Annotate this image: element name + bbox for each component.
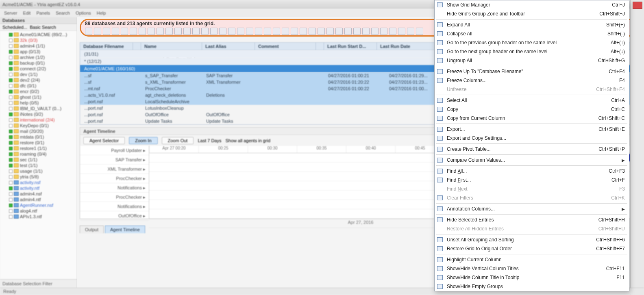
tree-item[interactable]: Acme01/ACME (89/2...) bbox=[0, 32, 77, 37]
zoom-in-button[interactable]: Zoom In bbox=[129, 137, 157, 144]
db-selection-filter[interactable]: Database Selection Filter bbox=[0, 279, 77, 288]
menu-panels[interactable]: Panels bbox=[36, 11, 50, 15]
toolbar-button[interactable] bbox=[121, 28, 128, 35]
toolbar-button[interactable] bbox=[300, 28, 307, 35]
toolbar-button[interactable] bbox=[318, 28, 325, 35]
menu-item[interactable]: Restore Grid to Original OrderCtrl+Shift… bbox=[435, 244, 629, 253]
menu-item[interactable]: Create Pivot Table...Ctrl+Shift+P bbox=[435, 145, 629, 154]
zoom-out-button[interactable]: Zoom Out bbox=[162, 137, 194, 144]
menu-item[interactable]: Freeze Up To "Database Filename"Ctrl+F4 bbox=[435, 67, 629, 76]
toolbar-button[interactable] bbox=[264, 28, 271, 35]
tree-item[interactable]: admin4 (1/1) bbox=[0, 43, 77, 49]
col-last-alias[interactable]: Last Alias bbox=[202, 43, 255, 50]
menu-item[interactable]: Highlight Current Column bbox=[435, 255, 629, 264]
menu-edit[interactable]: Edit bbox=[23, 11, 30, 15]
tree-item[interactable]: KeyDepo (0/1) bbox=[0, 123, 77, 128]
col-last-run-start[interactable]: Last Run Start D... bbox=[324, 43, 377, 50]
toolbar-button[interactable] bbox=[371, 28, 379, 35]
toolbar-button[interactable] bbox=[344, 28, 352, 35]
tree-item[interactable]: iNotes (0/2) bbox=[0, 111, 77, 117]
tree-item[interactable]: IBM_ID_VAULT (0...) bbox=[0, 106, 77, 111]
menu-help[interactable]: Help bbox=[97, 11, 106, 15]
toolbar-button[interactable] bbox=[165, 28, 173, 35]
menu-item[interactable]: Select AllCtrl+A bbox=[435, 96, 629, 105]
menu-item[interactable]: Unset All Grouping and SortingCtrl+Shift… bbox=[435, 235, 629, 244]
tree-item[interactable]: admin4.nsf bbox=[0, 191, 77, 197]
tree-item[interactable]: ghost (1/1) bbox=[0, 94, 77, 100]
agent-selector-button[interactable]: Agent Selector bbox=[83, 137, 125, 144]
timeline-range[interactable]: Last 7 Days bbox=[198, 138, 221, 143]
menu-options[interactable]: Options bbox=[76, 11, 91, 15]
tree-item[interactable]: usage (1/1) bbox=[0, 168, 77, 174]
menu-item[interactable]: Show/Hide Column Title in TooltipF11 bbox=[435, 273, 629, 282]
col-comment[interactable]: Comment bbox=[255, 43, 316, 50]
toolbar-button[interactable] bbox=[103, 28, 110, 35]
menu-item[interactable]: Hide Selected EntriesCtrl+Shift+H bbox=[435, 215, 629, 224]
toolbar-button[interactable] bbox=[210, 28, 218, 35]
menu-item[interactable]: Expand AllShift+(+) bbox=[435, 20, 629, 29]
menu-item[interactable]: Show/Hide Empty Groups bbox=[435, 282, 629, 291]
col-name[interactable]: Name bbox=[141, 43, 202, 50]
menu-search[interactable]: Search bbox=[56, 11, 70, 15]
tree-item[interactable]: roaming (0/4) bbox=[0, 151, 77, 157]
tree-item[interactable]: sec (1/1) bbox=[0, 157, 77, 163]
menu-item[interactable]: Export and Copy Settings... bbox=[435, 134, 629, 143]
tab-agent-timeline[interactable]: Agent Timeline bbox=[105, 226, 145, 233]
tree-item[interactable]: ytria (5/8) bbox=[0, 174, 77, 180]
toolbar-button[interactable] bbox=[255, 28, 262, 35]
tree-item[interactable]: restore1 (1/1) bbox=[0, 145, 77, 151]
toolbar-button[interactable] bbox=[335, 28, 343, 35]
tree-item[interactable]: dev (1/1) bbox=[0, 72, 77, 77]
tree-item[interactable]: AgentRunner.nsf bbox=[0, 202, 77, 208]
database-tree[interactable]: Acme01/ACME (89/2...)32k (0/3)admin4 (1/… bbox=[0, 31, 77, 279]
menu-item[interactable]: Show Grid ManagerCtrl+J bbox=[435, 0, 629, 9]
menu-item[interactable]: Export...Ctrl+Shift+E bbox=[435, 125, 629, 134]
menu-item[interactable]: Hide Grid's Group Zone and ToolbarCtrl+S… bbox=[435, 9, 629, 18]
menu-item[interactable]: Collapse AllShift+(-) bbox=[435, 29, 629, 38]
menu-item[interactable]: Annotation Columns...▶ bbox=[435, 204, 629, 213]
toolbar-button[interactable] bbox=[246, 28, 253, 35]
tree-item[interactable]: help (0/5) bbox=[0, 100, 77, 106]
tree-item[interactable]: archive (1/2) bbox=[0, 54, 77, 60]
menu-item[interactable]: Freeze Columns...F4 bbox=[435, 76, 629, 85]
tree-item[interactable]: activity.ntf bbox=[0, 185, 77, 191]
menu-item[interactable]: Find First...Ctrl+F bbox=[435, 176, 629, 184]
tree-item[interactable]: activity.nsf bbox=[0, 180, 77, 185]
close-icon[interactable] bbox=[633, 2, 642, 9]
tree-item[interactable]: APIv1.3.ntf bbox=[0, 214, 77, 219]
timeline-show-filter[interactable]: Show all agents in grid bbox=[226, 138, 271, 143]
toolbar-button[interactable] bbox=[389, 28, 396, 35]
tree-item[interactable]: mtdata (0/1) bbox=[0, 134, 77, 140]
tree-item[interactable]: backup (0/1) bbox=[0, 60, 77, 66]
tree-item[interactable]: admin4.ntf bbox=[0, 197, 77, 202]
menu-server[interactable]: Server bbox=[4, 11, 17, 15]
tree-item[interactable]: restore (0/1) bbox=[0, 140, 77, 145]
basic-search-dropdown[interactable]: Basic Search bbox=[30, 25, 56, 30]
menu-item[interactable]: CopyCtrl+C bbox=[435, 105, 629, 114]
tab-output[interactable]: Output bbox=[80, 226, 104, 233]
toolbar-button[interactable] bbox=[85, 28, 92, 35]
tree-item[interactable]: alog4.ntf bbox=[0, 208, 77, 214]
menu-item[interactable]: Copy from Current ColumnCtrl+Shift+C bbox=[435, 114, 629, 123]
toolbar-button[interactable] bbox=[112, 28, 119, 35]
menu-item[interactable]: Compare Column Values...▶ bbox=[435, 156, 629, 165]
toolbar-button[interactable] bbox=[282, 28, 289, 35]
tree-item[interactable]: mail (20/20) bbox=[0, 128, 77, 134]
menu-item[interactable]: Go to the next group header on the same … bbox=[435, 47, 629, 56]
toolbar-button[interactable] bbox=[416, 28, 423, 35]
tree-item[interactable]: 32k (0/3) bbox=[0, 37, 77, 43]
menu-item[interactable]: Go to the previous group header on the s… bbox=[435, 38, 629, 47]
toolbar-button[interactable] bbox=[183, 28, 191, 35]
menu-item[interactable]: Show/Hide Vertical Column TitlesCtrl+F11 bbox=[435, 264, 629, 273]
toolbar-button[interactable] bbox=[380, 28, 387, 35]
toolbar-button[interactable] bbox=[362, 28, 370, 35]
toolbar-button[interactable] bbox=[201, 28, 209, 35]
toolbar-button[interactable] bbox=[228, 28, 235, 35]
tree-item[interactable]: app (0/13) bbox=[0, 49, 77, 54]
tree-item[interactable]: dfc (0/1) bbox=[0, 83, 77, 89]
toolbar-button[interactable] bbox=[174, 28, 182, 35]
toolbar-button[interactable] bbox=[407, 28, 414, 35]
toolbar-button[interactable] bbox=[139, 28, 146, 35]
tree-item[interactable]: encr (0/2) bbox=[0, 89, 77, 94]
toolbar-button[interactable] bbox=[291, 28, 298, 35]
